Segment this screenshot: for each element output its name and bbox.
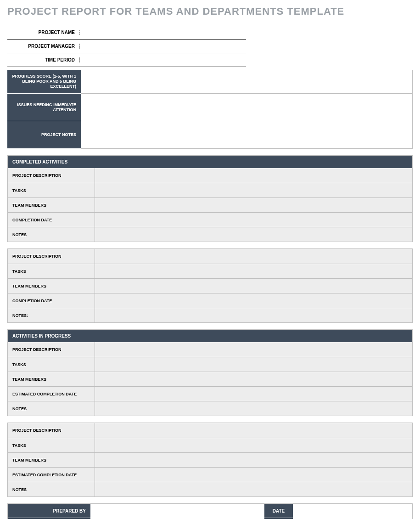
detail-row: TEAM MEMBERS: [8, 372, 412, 386]
header-rows: PROGRESS SCORE (1-5, WITH 1 BEING POOR A…: [7, 70, 413, 149]
row-project-name: PROJECT NAME: [7, 26, 246, 39]
detail-label: TEAM MEMBERS: [8, 372, 95, 386]
detail-label: ESTIMATED COMPLETION DATE: [8, 468, 95, 482]
detail-label: TEAM MEMBERS: [8, 453, 95, 467]
row-progress-score: PROGRESS SCORE (1-5, WITH 1 BEING POOR A…: [7, 70, 413, 94]
detail-value[interactable]: [95, 183, 412, 197]
detail-label: PROJECT DESCRIPTION: [8, 423, 95, 438]
page-title: PROJECT REPORT FOR TEAMS AND DEPARTMENTS…: [7, 6, 413, 17]
in-progress-groups: PROJECT DESCRIPTIONTASKSTEAM MEMBERSESTI…: [7, 342, 413, 497]
detail-label: COMPLETION DATE: [8, 213, 95, 227]
detail-row: TEAM MEMBERS: [8, 197, 412, 212]
detail-value[interactable]: [95, 423, 412, 438]
row-time-period: TIME PERIOD: [7, 53, 246, 67]
section-header-in-progress: ACTIVITIES IN PROGRESS: [7, 329, 413, 342]
detail-value[interactable]: [95, 401, 412, 416]
label-prepared-by: PREPARED BY: [8, 504, 90, 518]
detail-label: TASKS: [8, 264, 95, 278]
detail-label: TASKS: [8, 438, 95, 452]
detail-row: TEAM MEMBERS: [8, 452, 412, 467]
detail-value[interactable]: [95, 279, 412, 293]
value-project-name[interactable]: [80, 26, 246, 39]
detail-value[interactable]: [95, 438, 412, 452]
detail-row: ESTIMATED COMPLETION DATE: [8, 467, 412, 482]
detail-row: PROJECT DESCRIPTION: [8, 342, 412, 357]
detail-table: PROJECT DESCRIPTIONTASKSTEAM MEMBERSCOMP…: [7, 168, 413, 242]
value-issues[interactable]: [81, 94, 413, 121]
detail-value[interactable]: [95, 198, 412, 212]
section-header-completed: COMPLETED ACTIVITIES: [7, 155, 413, 168]
row-prepared-by: PREPARED BY DATE: [8, 504, 412, 518]
label-progress-score: PROGRESS SCORE (1-5, WITH 1 BEING POOR A…: [7, 70, 81, 94]
detail-table: PROJECT DESCRIPTIONTASKSTEAM MEMBERSCOMP…: [7, 248, 413, 323]
detail-label: PROJECT DESCRIPTION: [8, 342, 95, 357]
detail-table: PROJECT DESCRIPTIONTASKSTEAM MEMBERSESTI…: [7, 423, 413, 497]
detail-value[interactable]: [95, 213, 412, 227]
detail-table: PROJECT DESCRIPTIONTASKSTEAM MEMBERSESTI…: [7, 342, 413, 416]
detail-row: TASKS: [8, 357, 412, 372]
detail-row: COMPLETION DATE: [8, 212, 412, 227]
detail-value[interactable]: [95, 168, 412, 183]
detail-row: PROJECT DESCRIPTION: [8, 168, 412, 183]
detail-value[interactable]: [95, 342, 412, 357]
detail-row: TASKS: [8, 183, 412, 197]
detail-value[interactable]: [95, 308, 412, 322]
sign-block: PREPARED BY DATE AUTHORIZED BY DATE: [7, 503, 413, 519]
detail-label: NOTES: [8, 227, 95, 242]
detail-value[interactable]: [95, 293, 412, 308]
label-time-period: TIME PERIOD: [7, 57, 80, 62]
detail-label: TASKS: [8, 183, 95, 197]
detail-value[interactable]: [95, 453, 412, 467]
detail-label: NOTES:: [8, 308, 95, 322]
detail-value[interactable]: [95, 468, 412, 482]
value-project-notes[interactable]: [81, 121, 413, 149]
label-project-manager: PROJECT MANAGER: [7, 44, 80, 49]
label-prepared-date: DATE: [264, 504, 293, 518]
detail-label: TEAM MEMBERS: [8, 198, 95, 212]
detail-row: PROJECT DESCRIPTION: [8, 249, 412, 264]
completed-groups: PROJECT DESCRIPTIONTASKSTEAM MEMBERSCOMP…: [7, 168, 413, 323]
detail-row: NOTES: [8, 401, 412, 416]
detail-label: ESTIMATED COMPLETION DATE: [8, 387, 95, 401]
detail-row: NOTES: [8, 227, 412, 242]
value-project-manager[interactable]: [80, 39, 246, 53]
detail-row: TASKS: [8, 264, 412, 278]
detail-value[interactable]: [95, 264, 412, 278]
detail-row: TEAM MEMBERS: [8, 278, 412, 293]
detail-row: COMPLETION DATE: [8, 293, 412, 308]
value-prepared-by[interactable]: [90, 504, 264, 518]
detail-label: TASKS: [8, 357, 95, 372]
label-issues: ISSUES NEEDING IMMEDIATE ATTENTION: [7, 94, 81, 121]
label-project-notes: PROJECT NOTES: [7, 121, 81, 149]
detail-row: PROJECT DESCRIPTION: [8, 423, 412, 438]
detail-row: NOTES: [8, 482, 412, 496]
info-block: PROJECT NAME PROJECT MANAGER TIME PERIOD: [7, 26, 246, 67]
detail-value[interactable]: [95, 372, 412, 386]
detail-label: COMPLETION DATE: [8, 293, 95, 308]
detail-label: PROJECT DESCRIPTION: [8, 249, 95, 264]
detail-row: ESTIMATED COMPLETION DATE: [8, 386, 412, 401]
value-time-period[interactable]: [80, 53, 246, 67]
detail-label: PROJECT DESCRIPTION: [8, 168, 95, 183]
detail-row: TASKS: [8, 438, 412, 452]
detail-label: NOTES: [8, 401, 95, 416]
value-progress-score[interactable]: [81, 70, 413, 94]
detail-value[interactable]: [95, 357, 412, 372]
detail-row: NOTES:: [8, 308, 412, 322]
row-issues: ISSUES NEEDING IMMEDIATE ATTENTION: [7, 94, 413, 121]
detail-value[interactable]: [95, 249, 412, 264]
row-project-notes: PROJECT NOTES: [7, 121, 413, 149]
detail-value[interactable]: [95, 482, 412, 496]
detail-label: TEAM MEMBERS: [8, 279, 95, 293]
detail-label: NOTES: [8, 482, 95, 496]
detail-value[interactable]: [95, 227, 412, 242]
row-project-manager: PROJECT MANAGER: [7, 39, 246, 53]
label-project-name: PROJECT NAME: [7, 30, 80, 35]
detail-value[interactable]: [95, 387, 412, 401]
value-prepared-date[interactable]: [293, 504, 412, 518]
